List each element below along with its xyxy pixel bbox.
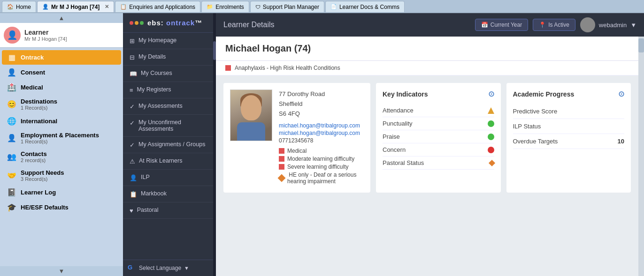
flag-severe-label: Severe learning difficulty xyxy=(287,164,349,170)
mid-nav-courses[interactable]: 📖 My Courses xyxy=(123,66,213,82)
punctuality-label: Punctuality xyxy=(383,120,413,127)
sidebar-item-ontrack[interactable]: ▦ Ontrack xyxy=(2,50,121,65)
sidebar-item-medical[interactable]: 🏥 Medical xyxy=(2,80,121,95)
destinations-count: 1 Record(s) xyxy=(21,105,57,111)
user-dropdown-icon[interactable]: ▼ xyxy=(630,22,636,29)
tab-enrolments[interactable]: 📁 Enrolments xyxy=(201,1,249,12)
flag-medical-label: Medical xyxy=(287,148,307,154)
attendance-label: Attendance xyxy=(383,107,414,114)
logo-dot-green xyxy=(140,21,144,25)
email-1[interactable]: michael.hogan@tribalgroup.com xyxy=(279,122,364,129)
contacts-label: Contacts xyxy=(21,150,47,157)
tab-home[interactable]: 🏠 Home xyxy=(2,1,36,12)
header-right: 📅 Current Year 📍 Is Active webadmin ▼ xyxy=(475,17,636,32)
ilp-status-label: ILP Status xyxy=(513,123,541,130)
triangle-icon xyxy=(488,107,494,114)
sidebar-item-contacts[interactable]: 👥 Contacts 2 record(s) xyxy=(2,148,121,166)
indicator-attendance: Attendance xyxy=(383,104,494,117)
assignments-icon: ✓ xyxy=(130,142,135,149)
mid-nav-assignments[interactable]: ✓ My Assignments / Groups xyxy=(123,137,213,153)
mid-nav-pastoral[interactable]: ♥ Pastoral xyxy=(123,202,213,219)
ebs-logo: ebs: ontrack™ xyxy=(123,13,213,33)
mid-nav-assessments[interactable]: ✓ My Assessments xyxy=(123,98,213,115)
academic-progress-title: Academic Progress ⊙ xyxy=(513,90,625,98)
tab-docs[interactable]: 📄 Learner Docs & Comms xyxy=(325,1,405,12)
is-active-label: Is Active xyxy=(548,22,569,28)
mid-nav-markbook[interactable]: 📋 Markbook xyxy=(123,186,213,202)
assessments-icon: ✓ xyxy=(130,103,135,110)
sidebar-item-consent[interactable]: 👤 Consent xyxy=(2,65,121,80)
scroll-up-button[interactable]: ▲ xyxy=(0,13,123,23)
sidebar-item-support-needs[interactable]: 🤝 Support Needs 3 Record(s) xyxy=(2,166,121,185)
mid-sidebar-wrapper: ebs: ontrack™ ⊞ My Homepage ⊟ My Details… xyxy=(123,13,216,276)
alert-text: Anaphylaxis - High Risk Health Condition… xyxy=(235,65,340,71)
doc-icon: 📄 xyxy=(330,4,337,10)
mid-nav-ilp[interactable]: 👤 ILP xyxy=(123,170,213,186)
medical-label: Medical xyxy=(21,84,43,91)
mid-nav-details[interactable]: ⊟ My Details xyxy=(123,49,213,66)
current-year-button[interactable]: 📅 Current Year xyxy=(475,19,528,31)
page-title: Learner Details xyxy=(223,21,275,29)
learner-header: 👤 Learner Mr M J Hogan [74] xyxy=(0,23,123,48)
scroll-down-button[interactable]: ▼ xyxy=(0,266,123,276)
info-panels: 77 Dorothy Road Sheffield S6 4FQ michael… xyxy=(216,75,638,200)
sidebar-item-international[interactable]: 🌐 International xyxy=(2,114,121,128)
photo-face xyxy=(241,95,261,120)
location-icon: 📍 xyxy=(539,22,546,28)
flag-he-only: HE only - Deaf or a serious hearing impa… xyxy=(279,172,364,185)
language-selector[interactable]: G Select Language ▼ xyxy=(123,260,213,276)
right-scrollbar[interactable] xyxy=(638,37,644,276)
assessments-label: My Assessments xyxy=(138,103,183,109)
key-indicators-card: Key Indicators ⊙ Attendance Punctuality xyxy=(376,83,501,193)
mid-nav-homepage[interactable]: ⊞ My Homepage xyxy=(123,33,213,49)
is-active-button[interactable]: 📍 Is Active xyxy=(533,19,575,31)
sidebar-item-destinations[interactable]: 😊 Destinations 1 Record(s) xyxy=(2,95,121,113)
sidebar-item-he-esf[interactable]: 🎓 HE/ESF Defaults xyxy=(2,200,121,215)
logo-text: ebs: ontrack™ xyxy=(147,19,202,27)
chevron-down-icon: ▼ xyxy=(184,265,189,271)
mid-nav-at-risk[interactable]: ⚠ At Risk Learners xyxy=(123,153,213,170)
at-risk-icon: ⚠ xyxy=(130,158,135,165)
email-2[interactable]: michael.hogan@tribalgroup.com xyxy=(279,130,364,136)
flag-red-icon-3 xyxy=(279,164,284,170)
tab-support[interactable]: 🛡 Support Plan Manager xyxy=(250,1,324,12)
logo-dot-orange xyxy=(135,21,138,25)
academic-ilp: ILP Status xyxy=(513,119,625,134)
language-label: Select Language xyxy=(139,265,181,271)
learner-nav: ▦ Ontrack 👤 Consent 🏥 Medical 😊 xyxy=(0,48,123,266)
tab-enquiries[interactable]: 📋 Enquiries and Applications xyxy=(115,1,200,12)
homepage-icon: ⊞ xyxy=(130,37,135,45)
unconfirmed-label: My Unconfirmed Assessments xyxy=(138,119,207,132)
academic-collapse-button[interactable]: ⊙ xyxy=(618,90,624,98)
tab-hogan[interactable]: 👤 Mr M J Hogan [74] ✕ xyxy=(37,1,114,12)
photo-body xyxy=(237,122,265,141)
google-icon: G xyxy=(128,264,136,272)
ilp-icon: 👤 xyxy=(130,174,137,181)
he-esf-icon: 🎓 xyxy=(7,203,17,212)
mid-nav-registers[interactable]: ≡ My Registers xyxy=(123,82,213,98)
praise-label: Praise xyxy=(383,133,400,140)
mid-nav-unconfirmed[interactable]: ✓ My Unconfirmed Assessments xyxy=(123,115,213,137)
pastoral-icon: ♥ xyxy=(130,207,133,214)
current-year-label: Current Year xyxy=(491,22,522,28)
learner-sidebar: ▲ 👤 Learner Mr M J Hogan [74] ▦ Ontrack … xyxy=(0,13,123,276)
content-scroll-wrapper: Michael Hogan (74) Anaphylaxis - High Ri… xyxy=(216,37,644,276)
learner-log-label: Learner Log xyxy=(21,189,56,196)
overdue-targets-label: Overdue Targets xyxy=(513,138,558,145)
support-needs-label: Support Needs xyxy=(21,169,64,176)
personal-card: 77 Dorothy Road Sheffield S6 4FQ michael… xyxy=(223,83,370,193)
red-dot-icon xyxy=(488,147,494,153)
learner-full-name: Michael Hogan (74) xyxy=(216,37,638,61)
indicators-collapse-button[interactable]: ⊙ xyxy=(488,90,494,98)
flag-moderate-label: Moderate learning difficulty xyxy=(287,156,354,162)
sidebar-item-learner-log[interactable]: 📓 Learner Log xyxy=(2,185,121,200)
pastoral-status-label: Pastoral Status xyxy=(383,159,424,166)
sidebar-item-employment[interactable]: 👤 Employment & Placements 1 Record(s) xyxy=(2,129,121,147)
unconfirmed-icon: ✓ xyxy=(130,119,135,127)
close-icon[interactable]: ✕ xyxy=(105,4,109,10)
academic-overdue: Overdue Targets 10 xyxy=(513,134,625,149)
shield-icon: 🛡 xyxy=(255,4,261,10)
address: 77 Dorothy Road Sheffield S6 4FQ xyxy=(279,90,364,119)
overdue-targets-value: 10 xyxy=(618,138,624,145)
avatar xyxy=(580,17,595,32)
